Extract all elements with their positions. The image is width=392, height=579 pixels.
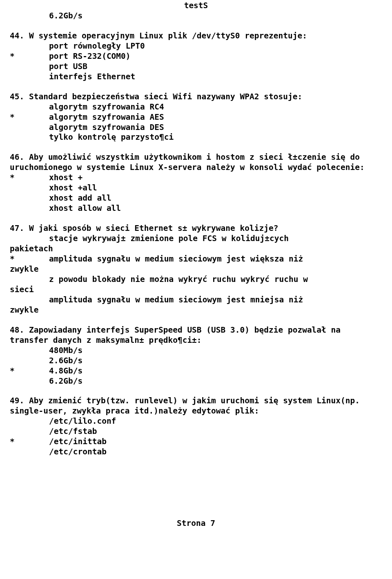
answer-marker: * bbox=[10, 112, 49, 123]
answer-text: xhost +all bbox=[49, 183, 382, 193]
answer-marker bbox=[10, 11, 49, 21]
answer-text: 4.8Gb/s bbox=[49, 366, 382, 376]
answer-marker bbox=[10, 346, 49, 356]
answer-text: port USB bbox=[49, 62, 382, 72]
answer-marker bbox=[10, 447, 49, 457]
answer-text: 6.2Gb/s bbox=[49, 376, 382, 387]
answer-marker bbox=[10, 132, 49, 143]
answer-marker bbox=[10, 193, 49, 203]
question-49: 49. Aby zmienić tryb(tzw. runlevel) w ja… bbox=[34, 396, 382, 457]
answer-text: amplituda sygnału w medium sieciowym jes… bbox=[49, 254, 382, 264]
answer-text: 480Mb/s bbox=[49, 346, 382, 356]
question-prompt: 45. Standard bezpieczeństwa sieci Wifi n… bbox=[10, 92, 382, 102]
answer-text: algorytm szyfrowania AES bbox=[49, 112, 382, 123]
answer-wrap: sieci bbox=[10, 285, 382, 295]
answer-marker: * bbox=[10, 173, 49, 183]
answer-marker bbox=[10, 183, 49, 193]
answer-text: interfejs Ethernet bbox=[49, 72, 382, 82]
answer-marker bbox=[10, 72, 49, 82]
answer-wrap: zwykle bbox=[10, 305, 382, 315]
answer-text: tylko kontrolę parzysto¶ci bbox=[49, 132, 382, 143]
question-48: 48. Zapowiadany interfejs SuperSpeed USB… bbox=[34, 325, 382, 387]
answer-marker: * bbox=[10, 51, 49, 62]
answer-marker bbox=[10, 376, 49, 387]
answer-text: /etc/inittab bbox=[49, 437, 382, 447]
orphan-answer: 6.2Gb/s bbox=[34, 11, 382, 21]
answer-text: 6.2Gb/s bbox=[49, 11, 382, 21]
question-45: 45. Standard bezpieczeństwa sieci Wifi n… bbox=[34, 92, 382, 143]
answer-text: 2.6Gb/s bbox=[49, 356, 382, 366]
answer-text: algorytm szyfrowania DES bbox=[49, 123, 382, 133]
answer-marker: * bbox=[10, 366, 49, 376]
answer-wrap: pakietach bbox=[10, 244, 382, 254]
answer-marker bbox=[10, 102, 49, 112]
question-prompt: 49. Aby zmienić tryb(tzw. runlevel) w ja… bbox=[10, 396, 382, 416]
answer-marker: * bbox=[10, 437, 49, 447]
answer-marker bbox=[10, 275, 49, 285]
answer-marker bbox=[10, 356, 49, 366]
answer-marker bbox=[10, 123, 49, 133]
answer-marker bbox=[10, 416, 49, 427]
answer-text: xhost add all bbox=[49, 193, 382, 203]
answer-text: port RS-232(COM0) bbox=[49, 51, 382, 62]
answer-text: /etc/lilo.conf bbox=[49, 416, 382, 427]
answer-text: algorytm szyfrowania RC4 bbox=[49, 102, 382, 112]
answer-marker bbox=[10, 295, 49, 305]
answer-text: port równoległy LPT0 bbox=[49, 41, 382, 51]
answer-marker bbox=[10, 427, 49, 437]
answer-marker bbox=[10, 234, 49, 244]
page-header-title: testS bbox=[10, 1, 382, 11]
answer-marker bbox=[10, 62, 49, 72]
question-44: 44. W systemie operacyjnym Linux plik /d… bbox=[34, 31, 382, 82]
answer-marker bbox=[10, 203, 49, 214]
page-footer: Strona 7 bbox=[10, 519, 382, 529]
question-prompt: 46. Aby umożliwić wszystkim użytkownikom… bbox=[10, 152, 382, 173]
question-prompt: 47. W jaki sposób w sieci Ethernet s± wy… bbox=[10, 224, 382, 234]
answer-text: xhost + bbox=[49, 173, 382, 183]
answer-wrap: zwykle bbox=[10, 264, 382, 275]
answer-text: /etc/fstab bbox=[49, 427, 382, 437]
answer-marker: * bbox=[10, 254, 49, 264]
question-prompt: 44. W systemie operacyjnym Linux plik /d… bbox=[10, 31, 382, 41]
answer-text: z powodu blokady nie można wykryć ruchu … bbox=[49, 275, 382, 285]
answer-text: stacje wykrywaj± zmienione pole FCS w ko… bbox=[49, 234, 382, 244]
question-46: 46. Aby umożliwić wszystkim użytkownikom… bbox=[34, 152, 382, 214]
answer-text: /etc/crontab bbox=[49, 447, 382, 457]
answer-text: amplituda sygnału w medium sieciowym jes… bbox=[49, 295, 382, 305]
answer-marker bbox=[10, 41, 49, 51]
question-prompt: 48. Zapowiadany interfejs SuperSpeed USB… bbox=[10, 325, 382, 346]
answer-text: xhost allow all bbox=[49, 203, 382, 214]
question-47: 47. W jaki sposób w sieci Ethernet s± wy… bbox=[34, 224, 382, 315]
